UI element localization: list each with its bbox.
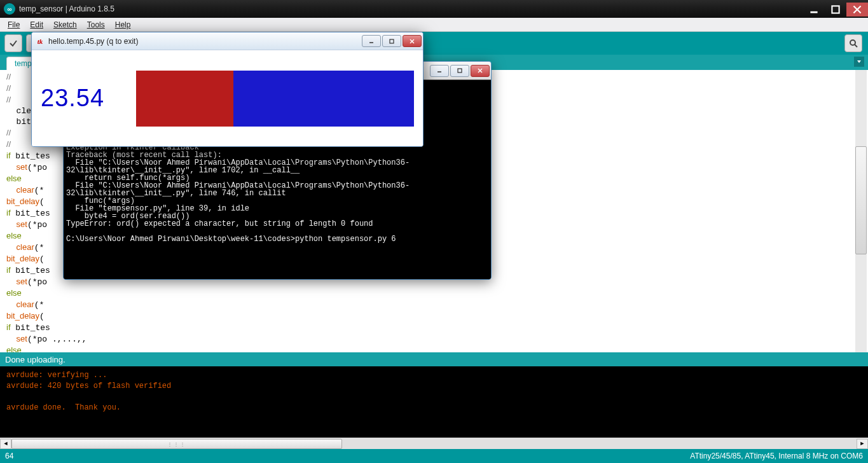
console-hscroll[interactable]: ◄ ⋮⋮⋮ ►: [0, 438, 868, 449]
menu-help[interactable]: Help: [110, 19, 136, 31]
maximize-button[interactable]: [825, 3, 846, 17]
hscroll-right-button[interactable]: ►: [857, 439, 868, 449]
footer-bar: 64 ATtiny25/45/85, ATtiny45, Internal 8 …: [0, 449, 868, 463]
status-bar: Done uploading.: [0, 352, 868, 366]
svg-rect-1: [832, 6, 839, 13]
menubar: File Edit Sketch Tools Help: [0, 18, 868, 32]
arduino-logo-icon: ∞: [4, 3, 15, 15]
hscroll-thumb[interactable]: ⋮⋮⋮: [11, 439, 342, 449]
hello-body: 23.54: [32, 50, 423, 146]
svg-rect-9: [458, 69, 462, 73]
svg-line-6: [855, 45, 857, 47]
bar-red-segment: [136, 71, 233, 127]
hello-minimize-button[interactable]: [362, 35, 381, 47]
hscroll-track[interactable]: ⋮⋮⋮: [11, 439, 857, 449]
menu-edit[interactable]: Edit: [25, 19, 48, 31]
tk-icon: tk: [36, 37, 45, 46]
editor-scrollbar[interactable]: [855, 70, 867, 352]
arduino-title: temp_sensor | Arduino 1.8.5: [19, 4, 803, 13]
hello-titlebar[interactable]: tk hello.temp.45.py (q to exit): [32, 32, 423, 50]
menu-sketch[interactable]: Sketch: [48, 19, 82, 31]
svg-point-5: [850, 40, 855, 45]
temperature-bar: [136, 71, 414, 127]
footer-board-info: ATtiny25/45/85, ATtiny45, Internal 8 MHz…: [690, 452, 863, 460]
editor-scrollbar-thumb[interactable]: [855, 146, 867, 254]
svg-marker-7: [857, 60, 861, 63]
hello-temp-window[interactable]: tk hello.temp.45.py (q to exit) 23.54: [31, 32, 424, 147]
close-button[interactable]: [846, 3, 868, 17]
hello-title: hello.temp.45.py (q to exit): [48, 37, 361, 46]
temperature-value: 23.54: [41, 85, 136, 112]
cmd-maximize-button[interactable]: [450, 65, 469, 77]
tab-menu-button[interactable]: [854, 57, 864, 67]
menu-tools[interactable]: Tools: [82, 19, 110, 31]
verify-button[interactable]: [4, 34, 22, 52]
arduino-titlebar[interactable]: ∞ temp_sensor | Arduino 1.8.5: [0, 0, 868, 18]
cmd-close-button[interactable]: [471, 65, 490, 77]
hscroll-left-button[interactable]: ◄: [0, 439, 11, 449]
serial-monitor-button[interactable]: [844, 34, 862, 52]
console-output[interactable]: avrdude: verifying ... avrdude: 420 byte…: [0, 366, 868, 438]
svg-rect-13: [390, 39, 394, 43]
footer-line-number: 64: [5, 452, 13, 460]
cmd-minimize-button[interactable]: [430, 65, 449, 77]
menu-file[interactable]: File: [3, 19, 25, 31]
hello-close-button[interactable]: [403, 35, 422, 47]
bar-blue-segment: [233, 71, 414, 127]
minimize-button[interactable]: [803, 3, 825, 17]
hello-maximize-button[interactable]: [382, 35, 401, 47]
